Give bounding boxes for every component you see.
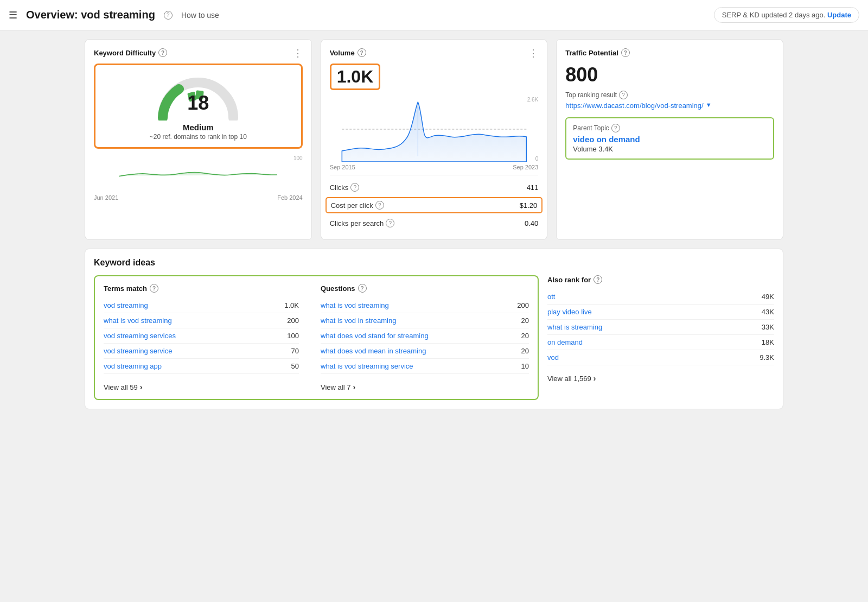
traffic-card-title: Traffic Potential ? [565, 48, 774, 57]
list-item: vod 9.3K [547, 350, 774, 365]
questions-col: Questions ? what is vod streaming 200 wh… [321, 284, 529, 391]
question-link-0[interactable]: what is vod streaming [321, 301, 389, 309]
terms-match-col: Terms match ? vod streaming 1.0K what is… [104, 284, 312, 391]
kd-chart-labels: Jun 2021 Feb 2024 [94, 194, 303, 201]
list-item: play video live 43K [547, 305, 774, 320]
keyword-difficulty-card: Keyword Difficulty ? ⋮ 18 [85, 39, 312, 240]
kd-chart-svg [94, 155, 303, 188]
top-ranking-url[interactable]: https://www.dacast.com/blog/vod-streamin… [565, 102, 774, 110]
volume-chart-labels: Sep 2015 Sep 2023 [330, 164, 539, 170]
question-link-2[interactable]: what does vod stand for streaming [321, 332, 429, 340]
kd-sublabel: ~20 ref. domains to rank in top 10 [150, 133, 247, 141]
parent-topic-label: Parent Topic ? [573, 124, 767, 132]
list-item: what is vod streaming 200 [104, 313, 299, 328]
cpc-value: $1.20 [520, 201, 538, 210]
also-rank-view-all[interactable]: View all 1,569 › [547, 371, 774, 383]
kd-help-icon[interactable]: ? [158, 48, 167, 57]
title-help-icon[interactable]: ? [164, 11, 173, 20]
terms-view-all-arrow: › [140, 383, 143, 391]
traffic-number: 800 [565, 64, 774, 86]
cps-value: 0.40 [525, 219, 538, 227]
traffic-help-icon[interactable]: ? [621, 48, 630, 57]
cps-help-icon[interactable]: ? [386, 219, 394, 227]
question-link-3[interactable]: what does vod mean in streaming [321, 347, 426, 355]
volume-help-icon[interactable]: ? [358, 48, 366, 57]
also-rank-help-icon[interactable]: ? [593, 275, 602, 284]
cps-row: Clicks per search ? 0.40 [330, 216, 539, 231]
volume-number: 1.0K [337, 67, 374, 86]
update-link[interactable]: Update [827, 11, 851, 19]
also-rank-col: Also rank for ? ott 49K play video live … [547, 275, 774, 400]
also-rank-link-2[interactable]: what is streaming [547, 323, 602, 331]
also-rank-link-0[interactable]: ott [547, 293, 555, 301]
top-ranking-help-icon[interactable]: ? [619, 91, 628, 99]
cpc-row: Cost per click ? $1.20 [326, 197, 543, 213]
also-rank-view-all-arrow: › [593, 374, 596, 383]
questions-header: Questions ? [321, 284, 529, 293]
main-content: Keyword Difficulty ? ⋮ 18 [76, 30, 792, 418]
kd-gauge-wrapper: 18 [155, 72, 241, 121]
list-item: what does vod stand for streaming 20 [321, 328, 529, 344]
cpc-help-icon[interactable]: ? [375, 201, 384, 210]
volume-chart-area: 2.6K 0 [330, 97, 539, 162]
terms-match-help-icon[interactable]: ? [150, 284, 158, 293]
questions-help-icon[interactable]: ? [358, 284, 367, 293]
questions-view-all[interactable]: View all 7 › [321, 379, 529, 391]
also-rank-link-3[interactable]: on demand [547, 338, 583, 346]
clicks-row: Clicks ? 411 [330, 180, 539, 195]
kd-level: Medium [183, 123, 214, 132]
question-link-4[interactable]: what is vod streaming service [321, 362, 413, 370]
hamburger-menu-icon[interactable]: ☰ [9, 9, 17, 21]
list-item: what is vod streaming 200 [321, 298, 529, 313]
keyword-ideas-title: Keyword ideas [94, 258, 774, 268]
parent-topic-box: Parent Topic ? video on demand Volume 3.… [565, 117, 774, 160]
update-notice: SERP & KD updated 2 days ago. Update [714, 7, 859, 23]
kd-menu-dots[interactable]: ⋮ [293, 47, 304, 59]
volume-card-title: Volume ? [330, 48, 539, 57]
terms-link-2[interactable]: vod streaming services [104, 332, 176, 340]
also-rank-header: Also rank for ? [547, 275, 774, 284]
keyword-ideas-grid: Terms match ? vod streaming 1.0K what is… [94, 275, 774, 400]
volume-card: Volume ? ⋮ 1.0K 2.6K 0 [321, 39, 548, 240]
terms-view-all[interactable]: View all 59 › [104, 379, 299, 391]
parent-topic-help-icon[interactable]: ? [611, 124, 620, 132]
kd-trend-chart: 100 [94, 155, 303, 193]
kd-number: 18 [187, 92, 209, 115]
list-item: vod streaming services 100 [104, 328, 299, 344]
volume-chart-svg [330, 97, 539, 162]
terms-questions-box: Terms match ? vod streaming 1.0K what is… [94, 275, 539, 400]
also-rank-link-4[interactable]: vod [547, 353, 559, 362]
terms-link-1[interactable]: what is vod streaming [104, 316, 172, 325]
parent-topic-value[interactable]: video on demand [573, 135, 767, 144]
list-item: on demand 18K [547, 335, 774, 350]
terms-link-0[interactable]: vod streaming [104, 301, 148, 309]
kd-gauge-box: 18 Medium ~20 ref. domains to rank in to… [94, 64, 303, 149]
terms-link-3[interactable]: vod streaming service [104, 347, 172, 355]
question-link-1[interactable]: what is vod in streaming [321, 316, 396, 325]
list-item: what is vod streaming service 10 [321, 359, 529, 374]
dropdown-arrow-icon[interactable]: ▼ [706, 102, 712, 108]
list-item: vod streaming app 50 [104, 359, 299, 374]
top-ranking-label: Top ranking result ? [565, 91, 774, 99]
list-item: vod streaming service 70 [104, 344, 299, 359]
how-to-use-link[interactable]: How to use [181, 11, 219, 20]
also-rank-link-1[interactable]: play video live [547, 308, 592, 316]
kd-card-title: Keyword Difficulty ? [94, 48, 303, 57]
list-item: what does vod mean in streaming 20 [321, 344, 529, 359]
page-title: Overview: vod streaming [26, 9, 155, 21]
volume-box: 1.0K [330, 64, 381, 90]
terms-questions-wrapper: Terms match ? vod streaming 1.0K what is… [94, 275, 547, 400]
list-item: what is streaming 33K [547, 320, 774, 335]
terms-link-4[interactable]: vod streaming app [104, 362, 162, 370]
header: ☰ Overview: vod streaming ? How to use S… [0, 0, 868, 30]
traffic-potential-card: Traffic Potential ? 800 Top ranking resu… [556, 39, 783, 240]
volume-menu-dots[interactable]: ⋮ [528, 47, 539, 59]
questions-view-all-arrow: › [353, 383, 355, 391]
terms-match-header: Terms match ? [104, 284, 299, 293]
keyword-ideas-section: Keyword ideas Terms match ? vod streamin… [85, 249, 783, 409]
clicks-help-icon[interactable]: ? [350, 183, 359, 192]
list-item: what is vod in streaming 20 [321, 313, 529, 328]
list-item: ott 49K [547, 289, 774, 305]
list-item: vod streaming 1.0K [104, 298, 299, 313]
clicks-value: 411 [527, 183, 539, 192]
